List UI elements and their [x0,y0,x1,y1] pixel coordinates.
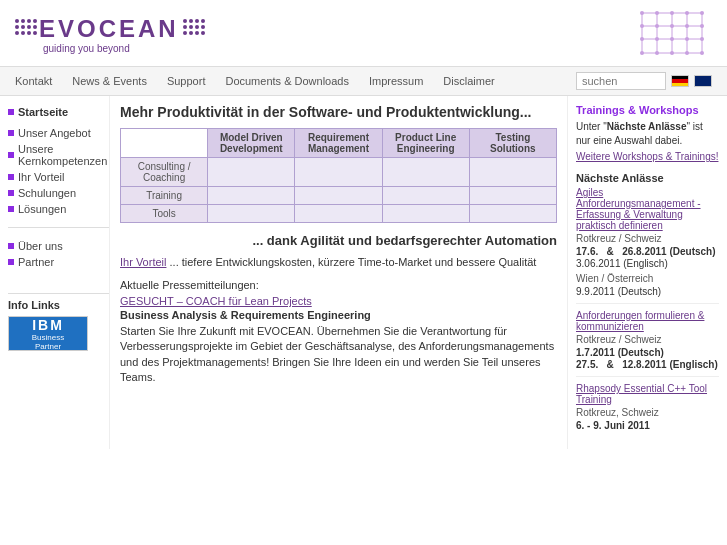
event-location-1b: Wien / Österreich [576,273,719,284]
content-heading: Mehr Produktivität in der Software- und … [120,104,557,120]
presse-link[interactable]: GESUCHT – COACH für Lean Projects [120,295,557,307]
svg-point-19 [685,37,689,41]
rs-sep-2 [576,376,719,377]
svg-point-14 [685,24,689,28]
matrix-row-consulting: Consulting / Coaching [121,158,557,187]
search-input[interactable] [576,72,666,90]
event-dates-1b: 3.06.2011 (Englisch) [576,258,719,269]
bullet-icon [8,190,14,196]
svg-point-6 [640,11,644,15]
vorteil-description: ... tiefere Entwicklungskosten, kürzere … [170,256,537,268]
flag-english[interactable] [694,75,712,87]
nav-kontakt[interactable]: Kontakt [15,75,52,87]
ibm-badge[interactable]: IBM Business Partner [8,316,88,351]
ibm-logo-text: IBM [32,317,64,333]
nav-impressum[interactable]: Impressum [369,75,423,87]
event-location-3: Rotkreuz, Schweiz [576,407,719,418]
presse-section: Aktuelle Pressemitteilungen: GESUCHT – C… [120,278,557,386]
bullet-icon [8,152,14,158]
header-grid-decoration [632,8,712,61]
vorteil-link[interactable]: Ihr Vorteil [120,256,166,268]
sidebar-label-vorteil: Ihr Vorteil [18,171,64,183]
event-dates-1c: 9.9.2011 (Deutsch) [576,286,719,297]
matrix-row-label-1: Consulting / Coaching [121,158,208,187]
sidebar-item-vorteil[interactable]: Ihr Vorteil [8,169,109,185]
nav-news-events[interactable]: News & Events [72,75,147,87]
nav-documents[interactable]: Documents & Downloads [225,75,349,87]
logo[interactable]: EVOCEAN [15,15,203,43]
nav-support[interactable]: Support [167,75,206,87]
sidebar-label-partner: Partner [18,256,54,268]
bullet-icon [8,243,14,249]
matrix-cell-2-4 [469,187,556,205]
svg-point-18 [670,37,674,41]
svg-point-23 [670,51,674,55]
bullet-icon [8,174,14,180]
sidebar-label-schulungen: Schulungen [18,187,76,199]
trainings-section: Trainings & Workshops Unter "Nächste Anl… [576,104,719,162]
bullet-icon [8,109,14,115]
logo-dots-left-icon [15,19,35,39]
svg-point-12 [655,24,659,28]
bullet-icon [8,130,14,136]
sidebar: Startseite Unser Angebot Unsere Kernkomp… [0,96,110,449]
matrix-cell-1-2 [295,158,382,187]
flag-german[interactable] [671,75,689,87]
svg-point-9 [685,11,689,15]
matrix-row-label-3: Tools [121,205,208,223]
matrix-caption: ... dank Agilität und bedarfsgerechter A… [120,233,557,248]
logo-area: EVOCEAN guiding you beyond [15,15,203,54]
header-right [632,8,712,61]
sidebar-item-schulungen[interactable]: Schulungen [8,185,109,201]
next-events-section: Nächste Anlässe Agiles Anforderungsmanag… [576,172,719,431]
svg-point-11 [640,24,644,28]
svg-point-7 [655,11,659,15]
main-content: Mehr Produktivität in der Software- und … [110,96,567,449]
trainings-title: Trainings & Workshops [576,104,719,116]
matrix-cell-1-3 [382,158,469,187]
matrix-cell-2-3 [382,187,469,205]
event-location-2: Rotkreuz / Schweiz [576,334,719,345]
event-title-2[interactable]: Anforderungen formulieren & kommuniziere… [576,310,719,332]
job-body: Starten Sie Ihre Zukunft mit EVOCEAN. Üb… [120,324,557,386]
vorteil-paragraph: Ihr Vorteil ... tiefere Entwicklungskost… [120,256,557,268]
sidebar-item-kernkompetenzen[interactable]: Unsere Kernkompetenzen [8,141,109,169]
matrix-cell-3-3 [382,205,469,223]
sidebar-label-loesungen: Lösungen [18,203,66,215]
event-dates-1: 17.6. & 26.8.2011 (Deutsch) [576,246,719,257]
logo-brand-name: EVOCEAN [39,15,179,43]
rs-sep-1 [576,303,719,304]
search-area [576,72,712,90]
nav-disclaimer[interactable]: Disclaimer [443,75,494,87]
sidebar-separator-2 [8,293,109,294]
matrix-col-header-2: Requirement Management [295,129,382,158]
sidebar-item-ueber-uns[interactable]: Über uns [8,238,109,254]
svg-point-15 [700,24,704,28]
event-dates-2a: 1.7.2011 (Deutsch) [576,347,719,358]
matrix-col-header-4: Testing Solutions [469,129,556,158]
svg-point-21 [640,51,644,55]
sidebar-nav-section: Startseite Unser Angebot Unsere Kernkomp… [8,104,109,270]
bullet-icon [8,259,14,265]
logo-tagline: guiding you beyond [43,43,203,54]
matrix-col-header-1: Model Driven Development [208,129,295,158]
svg-point-10 [700,11,704,15]
sidebar-item-angebot[interactable]: Unser Angebot [8,125,109,141]
job-title: Business Analysis & Requirements Enginee… [120,309,557,321]
svg-point-24 [685,51,689,55]
sidebar-item-startseite[interactable]: Startseite [8,104,109,120]
matrix-empty-cell [121,129,208,158]
sidebar-item-partner[interactable]: Partner [8,254,109,270]
event-title-1[interactable]: Agiles Anforderungsmanagement - Erfassun… [576,187,719,231]
sidebar-label-kernkompetenzen: Unsere Kernkompetenzen [18,143,109,167]
sidebar-item-loesungen[interactable]: Lösungen [8,201,109,217]
event-title-3[interactable]: Rhapsody Essential C++ Tool Training [576,383,719,405]
matrix-cell-3-1 [208,205,295,223]
trainings-more-link[interactable]: Weitere Workshops & Trainings! [576,151,719,162]
matrix-row-label-2: Training [121,187,208,205]
info-links-label: Info Links [8,299,109,311]
main-layout: Startseite Unser Angebot Unsere Kernkomp… [0,96,727,449]
svg-point-8 [670,11,674,15]
svg-point-16 [640,37,644,41]
event-dates-3: 6. - 9. Juni 2011 [576,420,719,431]
